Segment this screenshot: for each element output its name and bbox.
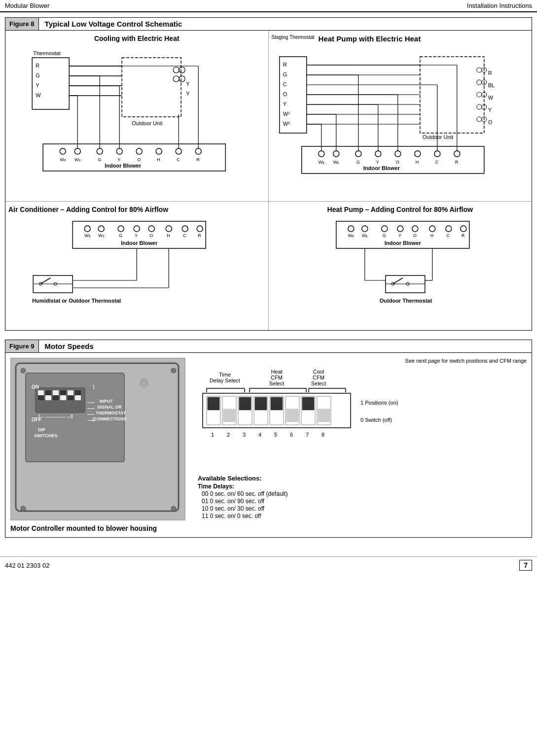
svg-text:W₁: W₁ — [361, 233, 368, 238]
svg-rect-222 — [239, 397, 251, 410]
switch-diagram: Time Delay Select Heat CFM Select Cool C… — [198, 368, 527, 468]
svg-text:W₁: W₁ — [98, 233, 105, 238]
staging-label: Staging Thermostat — [272, 34, 315, 40]
switch-note: See next page for switch positions and C… — [198, 358, 527, 364]
svg-rect-232 — [318, 409, 330, 422]
svg-text:Indoor Blower: Indoor Blower — [105, 163, 142, 169]
svg-text:R: R — [198, 233, 201, 238]
switch-diagram-svg: Time Delay Select Heat CFM Select Cool C… — [198, 368, 405, 466]
svg-text:Y: Y — [488, 107, 492, 113]
svg-text:W₂: W₂ — [84, 233, 91, 238]
svg-text:G: G — [36, 72, 40, 78]
cooling-section: Cooling with Electric Heat Thermostat R … — [5, 31, 269, 201]
svg-point-78 — [394, 151, 400, 157]
svg-point-20 — [74, 148, 80, 154]
svg-text:Humidistat or Outdoor Thermost: Humidistat or Outdoor Thermostat — [32, 298, 121, 304]
svg-text:Y: Y — [398, 233, 401, 238]
svg-text:G: G — [98, 157, 101, 162]
svg-text:SWITCHES: SWITCHES — [34, 433, 58, 438]
svg-point-67 — [476, 117, 481, 122]
svg-text:C: C — [446, 233, 450, 238]
svg-text:W²: W² — [283, 121, 289, 127]
figure9-title: Motor Speeds — [39, 340, 100, 352]
svg-text:1  Positions (on): 1 Positions (on) — [360, 400, 398, 406]
heat-pump-schematic: R G C O Y W¹ W² Outdoor Unit R BL W Y O — [272, 48, 529, 196]
svg-text:O: O — [283, 91, 287, 97]
figure8-title-row: Figure 8 Typical Low Voltage Control Sch… — [5, 18, 532, 31]
svg-text:O: O — [137, 157, 141, 162]
svg-rect-172 — [38, 390, 44, 395]
thermostat-label: Thermostat — [33, 50, 61, 56]
svg-point-136 — [348, 226, 354, 232]
svg-point-150 — [460, 226, 466, 232]
svg-point-112 — [118, 226, 124, 232]
motor-caption: Motor Controller mounted to blower housi… — [10, 524, 188, 532]
svg-rect-175 — [60, 395, 66, 400]
svg-text:W₁: W₁ — [333, 160, 339, 165]
figure9-title-row: Figure 9 Motor Speeds — [5, 340, 532, 353]
svg-text:W¹: W¹ — [283, 111, 289, 117]
svg-rect-228 — [286, 409, 298, 422]
svg-text:Y: Y — [186, 91, 190, 97]
svg-text:3: 3 — [243, 432, 246, 438]
svg-point-15 — [173, 76, 179, 82]
hp-airflow-schematic: W₂ W₁ G Y O H C R Indoor Blower — [272, 216, 529, 325]
svg-text:Y: Y — [117, 157, 120, 162]
svg-text:H: H — [430, 233, 433, 238]
svg-rect-224 — [255, 397, 267, 410]
figure9-right: See next page for switch positions and C… — [198, 358, 527, 532]
svg-text:Select: Select — [311, 380, 326, 386]
figure8-top-area: Cooling with Electric Heat Thermostat R … — [5, 31, 532, 201]
svg-point-198 — [140, 379, 148, 387]
svg-text:Delay Select: Delay Select — [210, 378, 240, 383]
footer-part-number: 442 01 2303 02 — [5, 562, 49, 569]
svg-text:Y: Y — [283, 101, 286, 107]
svg-text:W₂: W₂ — [60, 157, 66, 162]
svg-text:C: C — [177, 157, 180, 162]
svg-point-18 — [60, 148, 66, 154]
svg-text:4: 4 — [258, 432, 261, 438]
svg-rect-176 — [68, 390, 73, 395]
figure8-box: Figure 8 Typical Low Voltage Control Sch… — [5, 17, 532, 331]
svg-point-84 — [454, 151, 460, 157]
svg-text:W₁: W₁ — [74, 157, 81, 162]
svg-point-116 — [148, 226, 154, 232]
svg-text:Y: Y — [36, 82, 39, 88]
svg-text:7: 7 — [306, 432, 309, 438]
header-right: Installation Instructions — [467, 2, 532, 9]
svg-text:R: R — [455, 160, 458, 165]
svg-text:Outdoor Unit: Outdoor Unit — [132, 120, 162, 126]
header-left: Modular Blower — [5, 2, 49, 9]
figure9-content: ON OFF 1 0 1←————→8 INPUT SIGNAL OR THER… — [5, 353, 532, 537]
figure8-bottom-area: Air Conditioner – Adding Control for 80%… — [5, 201, 532, 330]
svg-text:ON: ON — [32, 384, 39, 390]
svg-text:O: O — [413, 233, 416, 238]
ac-airflow-schematic: W₂ W₁ G Y O H C R Indoor Blower — [8, 216, 265, 325]
svg-text:THERMOSTAT: THERMOSTAT — [96, 411, 126, 415]
page-footer: 442 01 2303 02 7 — [0, 556, 537, 574]
heat-pump-section: Staging Thermostat Heat Pump with Electr… — [269, 31, 532, 201]
svg-text:W: W — [488, 95, 493, 101]
svg-point-110 — [98, 226, 104, 232]
svg-text:G: G — [356, 160, 359, 165]
svg-point-114 — [134, 226, 140, 232]
svg-rect-177 — [75, 395, 81, 400]
svg-point-28 — [156, 148, 162, 154]
time-delays-label: Time Delays: — [198, 483, 527, 490]
time-delay-item-0: 00 0 sec. on/ 60 sec. off (default) — [202, 490, 527, 497]
svg-point-61 — [476, 80, 481, 85]
svg-rect-9 — [122, 58, 181, 117]
svg-point-120 — [182, 226, 188, 232]
svg-rect-220 — [223, 409, 235, 422]
svg-rect-174 — [53, 390, 59, 395]
svg-text:O: O — [488, 119, 492, 125]
svg-rect-173 — [45, 395, 51, 400]
svg-point-26 — [136, 148, 142, 154]
svg-point-108 — [84, 226, 90, 232]
svg-point-22 — [97, 148, 103, 154]
svg-text:Time: Time — [219, 372, 231, 378]
ac-airflow-title: Air Conditioner – Adding Control for 80%… — [8, 206, 265, 213]
figure8-label: Figure 8 — [5, 18, 39, 30]
svg-text:R: R — [196, 157, 200, 162]
svg-text:Select: Select — [269, 380, 285, 386]
